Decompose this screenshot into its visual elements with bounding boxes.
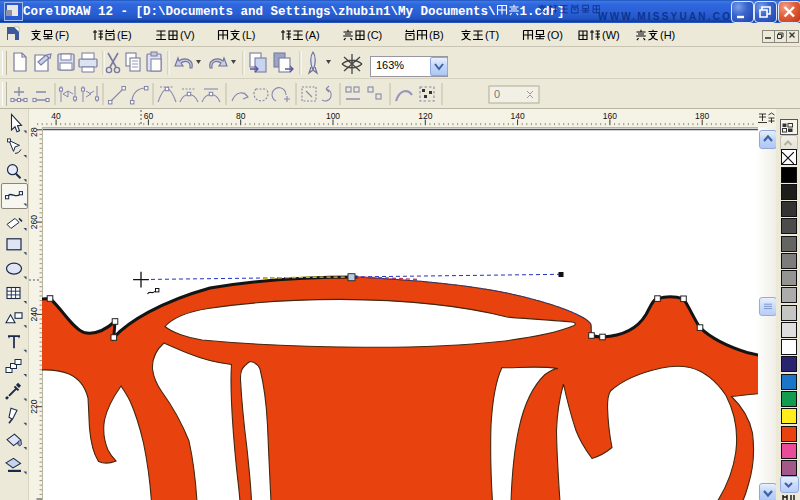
svg-text:40: 40 — [51, 111, 61, 121]
svg-text:240: 240 — [29, 307, 39, 321]
svg-text:120: 120 — [418, 111, 432, 121]
svg-text:100: 100 — [326, 111, 340, 121]
svg-text:140: 140 — [511, 111, 525, 121]
svg-text:60: 60 — [144, 111, 154, 121]
svg-text:280: 280 — [29, 127, 39, 137]
svg-text:260: 260 — [29, 215, 39, 229]
svg-text:180: 180 — [695, 111, 709, 121]
svg-text:220: 220 — [29, 399, 39, 413]
svg-text:80: 80 — [236, 111, 246, 121]
svg-text:160: 160 — [603, 111, 617, 121]
svg-text:0: 0 — [494, 88, 500, 100]
